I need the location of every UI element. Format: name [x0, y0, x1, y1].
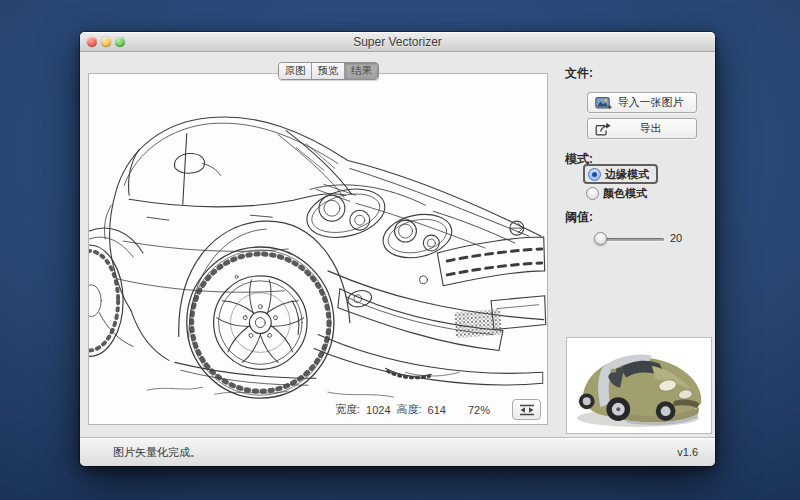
export-button-label: 导出	[612, 121, 689, 136]
export-button[interactable]: 导出	[587, 118, 697, 139]
view-tabs: 原图 预览 结果	[278, 62, 379, 80]
radio-option-color-mode[interactable]: 颜色模式	[586, 186, 647, 201]
height-label: 高度:	[397, 402, 422, 417]
file-section-label: 文件:	[565, 65, 593, 82]
threshold-section-label: 阈值:	[565, 209, 593, 226]
edge-mode-label: 边缘模式	[605, 167, 649, 182]
width-value: 1024	[366, 404, 390, 416]
tab-original[interactable]: 原图	[279, 63, 312, 79]
width-label: 宽度:	[335, 402, 360, 417]
fit-button[interactable]	[512, 399, 541, 420]
color-mode-label: 颜色模式	[603, 186, 647, 201]
vectorized-car-drawing	[89, 74, 547, 424]
zoom-level: 72%	[468, 404, 490, 416]
close-button[interactable]	[87, 37, 97, 47]
import-image-button-label: 导入一张图片	[612, 95, 689, 110]
import-image-icon	[595, 96, 612, 110]
tab-preview[interactable]: 预览	[312, 63, 345, 79]
tab-result[interactable]: 结果	[345, 63, 378, 79]
desktop-background: Super Vectorizer	[0, 0, 800, 500]
window-title: Super Vectorizer	[80, 32, 715, 52]
slider-thumb[interactable]	[594, 232, 607, 245]
slider-track[interactable]	[597, 238, 664, 241]
radio-option-edge-mode[interactable]: 边缘模式	[583, 164, 658, 184]
height-value: 614	[428, 404, 446, 416]
result-canvas[interactable]: 宽度:1024 高度:614 72%	[88, 73, 548, 425]
zoom-window-button[interactable]	[115, 37, 125, 47]
export-icon	[595, 122, 612, 136]
radio-button-unselected-icon	[586, 187, 599, 200]
threshold-value: 20	[670, 232, 682, 244]
import-image-button[interactable]: 导入一张图片	[587, 92, 697, 113]
minimize-button[interactable]	[101, 37, 111, 47]
status-message: 图片矢量化完成。	[113, 445, 201, 460]
radio-button-selected-icon	[588, 168, 601, 181]
original-image-thumbnail	[566, 337, 712, 434]
status-bar: 图片矢量化完成。 v1.6	[80, 437, 715, 466]
threshold-slider[interactable]	[594, 232, 664, 246]
app-window: Super Vectorizer	[80, 32, 715, 466]
version-label: v1.6	[677, 446, 698, 458]
fit-to-window-icon	[519, 404, 535, 416]
titlebar[interactable]: Super Vectorizer	[80, 32, 715, 52]
original-car-photo	[567, 338, 711, 433]
